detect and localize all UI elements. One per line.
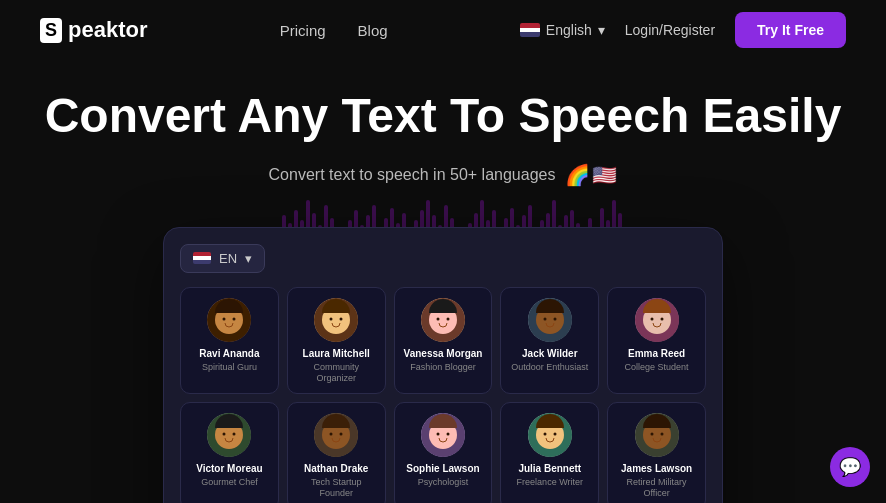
voice-role: Gourmet Chef [187, 477, 272, 488]
voice-name: Ravi Ananda [187, 348, 272, 360]
voice-name: Sophie Lawson [401, 463, 486, 475]
voice-name: Laura Mitchell [294, 348, 379, 360]
voice-card-sophie[interactable]: Sophie LawsonPsychologist [394, 402, 493, 503]
hero-subtitle: Convert text to speech in 50+ languages … [20, 163, 866, 187]
voice-role: Tech Startup Founder [294, 477, 379, 499]
voice-card-james[interactable]: James LawsonRetired Military Officer [607, 402, 706, 503]
dropdown-flag-icon [193, 252, 211, 264]
app-preview: EN ▾ Ravi AnandaSpiritual GuruLaura Mitc… [163, 227, 723, 503]
logo-text: peaktor [68, 17, 147, 43]
us-flag-icon: 🇺🇸 [592, 163, 617, 187]
chat-bubble-button[interactable]: 💬 [830, 447, 870, 487]
nav-blog[interactable]: Blog [358, 22, 388, 39]
nav-right: English ▾ Login/Register Try It Free [520, 12, 846, 48]
voice-card-vanessa[interactable]: Vanessa MorganFashion Blogger [394, 287, 493, 395]
voice-name: Emma Reed [614, 348, 699, 360]
voice-name: Vanessa Morgan [401, 348, 486, 360]
voice-role: Fashion Blogger [401, 362, 486, 373]
dropdown-lang-label: EN [219, 251, 237, 266]
try-it-free-button[interactable]: Try It Free [735, 12, 846, 48]
nav-links: Pricing Blog [280, 22, 388, 39]
voice-role: Outdoor Enthusiast [507, 362, 592, 373]
hero-title: Convert Any Text To Speech Easily [20, 90, 866, 143]
avatar [421, 413, 465, 457]
nav-pricing[interactable]: Pricing [280, 22, 326, 39]
voice-name: Julia Bennett [507, 463, 592, 475]
chat-icon: 💬 [839, 456, 861, 478]
voice-card-emma[interactable]: Emma ReedCollege Student [607, 287, 706, 395]
voice-role: Spiritual Guru [187, 362, 272, 373]
language-label: English [546, 22, 592, 38]
login-register-link[interactable]: Login/Register [625, 22, 715, 38]
chevron-down-icon: ▾ [598, 22, 605, 38]
voice-card-jack[interactable]: Jack WilderOutdoor Enthusiast [500, 287, 599, 395]
avatar [314, 298, 358, 342]
hero-section: Convert Any Text To Speech Easily Conver… [0, 60, 886, 207]
flag-icon [520, 23, 540, 37]
voice-role: Community Organizer [294, 362, 379, 384]
voice-name: Nathan Drake [294, 463, 379, 475]
avatar [314, 413, 358, 457]
avatar [207, 298, 251, 342]
voice-role: Freelance Writer [507, 477, 592, 488]
avatar [635, 413, 679, 457]
voice-role: Psychologist [401, 477, 486, 488]
flags-row: 🌈 🇺🇸 [565, 163, 617, 187]
voice-card-nathan[interactable]: Nathan DrakeTech Startup Founder [287, 402, 386, 503]
avatar [528, 413, 572, 457]
voice-role: Retired Military Officer [614, 477, 699, 499]
voice-grid: Ravi AnandaSpiritual GuruLaura MitchellC… [180, 287, 706, 503]
avatar [207, 413, 251, 457]
subtitle-text: Convert text to speech in 50+ languages [269, 166, 556, 184]
voice-card-ravi[interactable]: Ravi AnandaSpiritual Guru [180, 287, 279, 395]
language-selector[interactable]: English ▾ [520, 22, 605, 38]
voice-role: College Student [614, 362, 699, 373]
rainbow-flag-icon: 🌈 [565, 163, 590, 187]
voice-name: James Lawson [614, 463, 699, 475]
avatar [421, 298, 465, 342]
voice-name: Victor Moreau [187, 463, 272, 475]
voice-name: Jack Wilder [507, 348, 592, 360]
language-dropdown[interactable]: EN ▾ [180, 244, 265, 273]
logo[interactable]: S peaktor [40, 17, 148, 43]
voice-card-laura[interactable]: Laura MitchellCommunity Organizer [287, 287, 386, 395]
avatar [635, 298, 679, 342]
avatar [528, 298, 572, 342]
logo-box: S [40, 18, 62, 43]
voice-card-julia[interactable]: Julia BennettFreelance Writer [500, 402, 599, 503]
voice-card-victor[interactable]: Victor MoreauGourmet Chef [180, 402, 279, 503]
navbar: S peaktor Pricing Blog English ▾ Login/R… [0, 0, 886, 60]
dropdown-chevron-icon: ▾ [245, 251, 252, 266]
